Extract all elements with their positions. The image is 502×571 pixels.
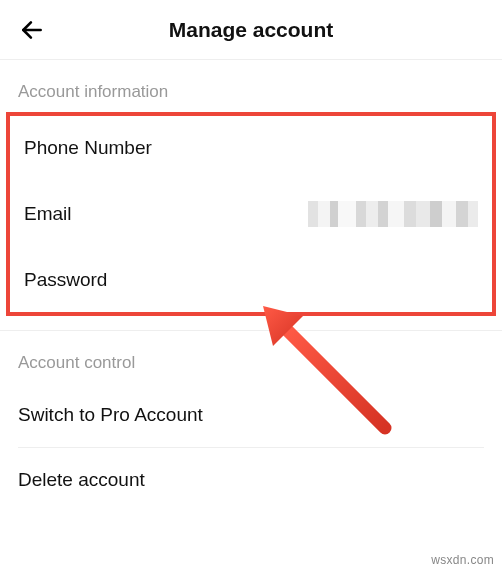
row-label-switch-pro: Switch to Pro Account: [18, 404, 203, 426]
page-title: Manage account: [50, 18, 452, 42]
watermark: wsxdn.com: [431, 553, 494, 567]
back-button[interactable]: [14, 12, 50, 48]
row-switch-pro[interactable]: Switch to Pro Account: [0, 383, 502, 447]
section-header-account-control: Account control: [0, 331, 502, 383]
row-label-email: Email: [24, 203, 72, 225]
account-info-highlight-box: Phone Number Email Password: [6, 112, 496, 316]
header: Manage account: [0, 0, 502, 60]
row-email[interactable]: Email: [10, 180, 492, 248]
back-arrow-icon: [19, 17, 45, 43]
section-header-account-info: Account information: [0, 60, 502, 112]
row-delete-account[interactable]: Delete account: [0, 448, 502, 512]
email-value-redacted: [308, 201, 478, 227]
row-label-delete: Delete account: [18, 469, 145, 491]
row-phone-number[interactable]: Phone Number: [10, 116, 492, 180]
row-label-phone: Phone Number: [24, 137, 152, 159]
row-password[interactable]: Password: [10, 248, 492, 312]
row-label-password: Password: [24, 269, 107, 291]
